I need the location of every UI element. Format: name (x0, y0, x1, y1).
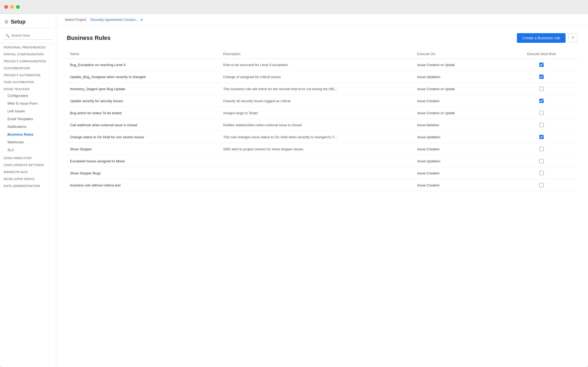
execute-next-rule-checkbox[interactable] (539, 183, 544, 187)
rule-description: Notifies stakeholders when external issu… (220, 119, 414, 131)
execute-next-rule-checkbox[interactable] (539, 159, 544, 163)
rule-execute-next-rule (506, 143, 577, 155)
sidebar-section-zoho-directory[interactable]: ZOHO DIRECTORY (0, 154, 56, 161)
rule-name[interactable]: Call webhook when external issue is clos… (67, 119, 220, 131)
rule-execute-next-rule (506, 59, 577, 71)
sidebar-header: ⚙ Setup (0, 14, 56, 28)
table-row: Change status to On Hold for non severe … (67, 131, 577, 143)
sidebar-section-developer-space[interactable]: DEVELOPER SPACE (0, 175, 56, 182)
sidebar-section-project-automation[interactable]: PROJECT AUTOMATION (0, 71, 56, 78)
rule-description (220, 167, 414, 179)
search-icon: 🔍 (5, 34, 10, 38)
project-selector[interactable]: Donnelly Apartments Constru... ▼ (90, 18, 143, 22)
traffic-light-green[interactable] (16, 5, 20, 9)
sidebar-item-email-templates[interactable]: Email Templates (0, 115, 56, 123)
sidebar-section-task-automation[interactable]: TASK AUTOMATION (0, 78, 56, 85)
sidebar-item-business-rules[interactable]: Business Rules (0, 131, 56, 138)
business-rules-table: Name Description Execute On Execute Next… (67, 49, 577, 191)
rule-name[interactable]: Show Stopper Bugs (67, 167, 220, 179)
rule-name[interactable]: Inventory_Stage4 upon Bug Update (67, 83, 220, 95)
table-row: Escalated Issues assigned to MariaIssue … (67, 155, 577, 167)
project-name: Donnelly Apartments Constru... (90, 18, 138, 22)
rule-name[interactable]: Change status to On Hold for non severe … (67, 131, 220, 143)
content-header: Business Rules Create a Business rule ? (67, 33, 577, 43)
execute-next-rule-checkbox[interactable] (539, 147, 544, 151)
execute-next-rule-checkbox[interactable] (539, 135, 544, 139)
rule-execute-on: Issue Deletion (414, 119, 506, 131)
content-area: Business Rules Create a Business rule ? … (56, 26, 588, 367)
rule-description: Rule to be executed for Level 4 escalati… (220, 59, 414, 71)
sidebar-title: Setup (11, 19, 26, 25)
rule-execute-next-rule (506, 71, 577, 83)
rule-description: This rule changes issue status to On Hol… (220, 131, 414, 143)
rule-execute-next-rule (506, 119, 577, 131)
traffic-light-yellow[interactable] (10, 5, 14, 9)
sidebar-section-customization[interactable]: CUSTOMIZATION (0, 64, 56, 71)
search-input[interactable] (4, 32, 52, 40)
rule-execute-on: Issue Creation or Updati (414, 107, 506, 119)
rule-execute-next-rule (506, 167, 577, 179)
rule-execute-on: Issue Updation (414, 131, 506, 143)
rule-execute-next-rule (506, 95, 577, 107)
sidebar-item-sla[interactable]: SLA (0, 146, 56, 154)
rule-execute-on: Issue Creation or Updati (414, 83, 506, 95)
app-window: ⚙ Setup 🔍 PERSONAL PREFERENCES PORTAL CO… (0, 0, 588, 367)
table-row: business rule without criteria testIssue… (67, 179, 577, 191)
col-header-execute-next-rule: Execute Next Rule (506, 49, 577, 59)
table-row: Update severity for security issuesClass… (67, 95, 577, 107)
rule-name[interactable]: Bug_Escalation on reaching Level 4 (67, 59, 220, 71)
rule-execute-on: Issue Creation (414, 143, 506, 155)
sidebar-section-personal-preferences[interactable]: PERSONAL PREFERENCES (0, 43, 56, 50)
execute-next-rule-checkbox[interactable] (539, 87, 544, 91)
sidebar-section-zoho-sprints-settings[interactable]: ZOHO SPRINTS SETTINGS (0, 161, 56, 168)
table-row: Call webhook when external issue is clos… (67, 119, 577, 131)
execute-next-rule-checkbox[interactable] (539, 63, 544, 67)
rule-execute-on: Issue Updation (414, 155, 506, 167)
rule-description: SMS alert to project owners for show sto… (220, 143, 414, 155)
sidebar-section-project-configuration[interactable]: PROJECT CONFIGURATION (0, 57, 56, 64)
sidebar-section-issue-tracker[interactable]: ISSUE TRACKER (0, 85, 56, 92)
rule-execute-next-rule (506, 131, 577, 143)
page-title: Business Rules (67, 35, 111, 41)
table-row: Show Stopper BugsIssue Creation (67, 167, 577, 179)
setup-icon: ⚙ (4, 19, 9, 25)
rule-execute-next-rule (506, 83, 577, 95)
execute-next-rule-checkbox[interactable] (539, 111, 544, 115)
help-button[interactable]: ? (568, 33, 577, 43)
rule-execute-next-rule (506, 107, 577, 119)
rule-name[interactable]: Update severity for security issues (67, 95, 220, 107)
create-business-rule-button[interactable]: Create a Business rule (517, 33, 566, 43)
execute-next-rule-checkbox[interactable] (539, 75, 544, 79)
sidebar-section-marketplace[interactable]: MARKETPLACE (0, 168, 56, 175)
table-row: Show StopperSMS alert to project owners … (67, 143, 577, 155)
rule-execute-on: Issue Creation (414, 95, 506, 107)
sidebar-item-web-to-issue-form[interactable]: Web To Issue Form (0, 100, 56, 107)
rule-name[interactable]: Update_Bug_Assignee when severity is cha… (67, 71, 220, 83)
header-actions: Create a Business rule ? (517, 33, 577, 43)
rule-name[interactable]: Escalated Issues assigned to Maria (67, 155, 220, 167)
rule-description: Assigns bugs to Tester (220, 107, 414, 119)
execute-next-rule-checkbox[interactable] (539, 123, 544, 127)
sidebar-item-webhooks[interactable]: Webhooks (0, 138, 56, 146)
select-project-label: Select Project (65, 18, 86, 22)
rule-description: This business rule will check for the re… (220, 83, 414, 95)
sidebar-section-portal-configuration[interactable]: PORTAL CONFIGURATION (0, 50, 56, 57)
app-body: ⚙ Setup 🔍 PERSONAL PREFERENCES PORTAL CO… (0, 14, 588, 367)
table-row: Bug_Escalation on reaching Level 4Rule t… (67, 59, 577, 71)
rule-name[interactable]: Bug action for status To be tested (67, 107, 220, 119)
titlebar (0, 0, 588, 14)
rule-name[interactable]: business rule without criteria test (67, 179, 220, 191)
execute-next-rule-checkbox[interactable] (539, 99, 544, 103)
sidebar-item-link-issues[interactable]: Link Issues (0, 107, 56, 115)
sidebar: ⚙ Setup 🔍 PERSONAL PREFERENCES PORTAL CO… (0, 14, 56, 367)
sidebar-section-data-administration[interactable]: DATA ADMINISTRATION (0, 182, 56, 189)
rule-execute-next-rule (506, 179, 577, 191)
topbar: Select Project Donnelly Apartments Const… (56, 14, 588, 26)
sidebar-item-notifications[interactable]: Notifications (0, 123, 56, 131)
sidebar-item-configuration[interactable]: Configuration (0, 92, 56, 100)
rule-name[interactable]: Show Stopper (67, 143, 220, 155)
rule-execute-on: Issue Updation (414, 71, 506, 83)
execute-next-rule-checkbox[interactable] (539, 171, 544, 175)
traffic-light-red[interactable] (4, 5, 8, 9)
col-header-description: Description (220, 49, 414, 59)
